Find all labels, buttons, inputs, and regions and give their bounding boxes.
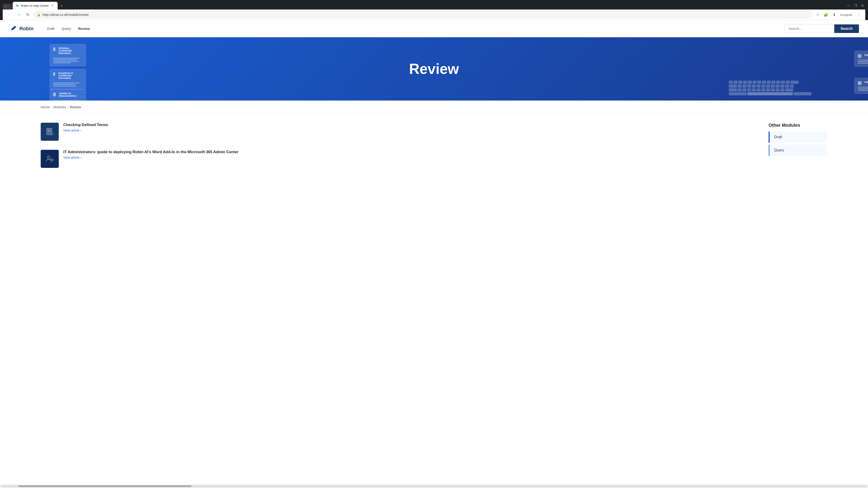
- sidebar-module-name-draft: Draft: [770, 131, 827, 143]
- site-header: Robin Draft Query Review Search: [0, 20, 868, 37]
- reload-button[interactable]: ↻: [24, 11, 31, 18]
- tab-label: Robin AI Help Centre: [21, 4, 49, 7]
- browser-toolbar: ← → ↻ 🔒 help.robinai.co.uk/module/review…: [3, 9, 865, 20]
- article-icon-box-2: [41, 150, 59, 168]
- incognito-badge: Incognito: [838, 13, 854, 17]
- keyboard-illustration: [729, 80, 811, 96]
- website-content: Robin Draft Query Review Search: [0, 20, 868, 488]
- nav-link-review[interactable]: Review: [78, 27, 90, 31]
- people-settings-icon: [45, 155, 54, 163]
- sidebar-module-query[interactable]: Query: [769, 144, 827, 156]
- tab-close-button[interactable]: ✕: [51, 4, 55, 8]
- browser-tabs: ▾ 🐦 Robin AI Help Centre ✕ +: [3, 2, 65, 9]
- chevron-down-icon: ▾: [5, 5, 6, 8]
- article-title-2: IT Administrators: guide to deploying Ro…: [63, 150, 755, 154]
- svg-point-7: [51, 159, 53, 161]
- tab-back-arrow[interactable]: ▾: [3, 4, 12, 9]
- tab-robin-help[interactable]: 🐦 Robin AI Help Centre ✕: [13, 2, 58, 9]
- sidebar-module-draft[interactable]: Draft: [769, 131, 827, 143]
- logo-area[interactable]: Robin: [9, 24, 33, 33]
- main-content: Checking Defined Terms View article ›: [0, 113, 868, 182]
- sidebar-title: Other Modules: [769, 123, 827, 128]
- minimize-button[interactable]: —: [846, 3, 852, 8]
- new-tab-button[interactable]: +: [59, 3, 65, 9]
- download-button[interactable]: ⬇: [831, 12, 837, 18]
- breadcrumb-sep-2: •: [68, 105, 68, 109]
- search-button[interactable]: Search: [834, 24, 859, 33]
- sidebar-module-name-query: Query: [770, 144, 827, 156]
- article-link-1[interactable]: View article ›: [63, 129, 755, 132]
- url-text: help.robinai.co.uk/module/review: [42, 13, 809, 17]
- article-link-2[interactable]: View article ›: [63, 156, 755, 159]
- article-info-1: Checking Defined Terms View article ›: [63, 123, 755, 132]
- back-button[interactable]: ←: [5, 11, 13, 18]
- logo-text: Robin: [20, 26, 33, 32]
- scrollbar-thumb[interactable]: [18, 485, 191, 487]
- nav-link-query[interactable]: Query: [62, 27, 71, 31]
- nav-item-query[interactable]: Query: [62, 27, 71, 31]
- article-info-2: IT Administrators: guide to deploying Ro…: [63, 150, 755, 159]
- document-check-icon: [45, 127, 54, 136]
- extensions-button[interactable]: 🧩: [822, 12, 830, 18]
- robin-logo-icon: [9, 24, 17, 33]
- breadcrumb-home[interactable]: Home: [41, 105, 50, 109]
- breadcrumb-sep-1: •: [51, 105, 52, 109]
- svg-point-6: [48, 156, 50, 158]
- nav-item-draft[interactable]: Draft: [47, 27, 55, 31]
- window-controls: — ❐ ✕: [846, 3, 865, 8]
- breadcrumb-section: Home • Modules • Review: [0, 101, 868, 113]
- search-input[interactable]: [784, 24, 834, 33]
- breadcrumb-modules[interactable]: Modules: [53, 105, 66, 109]
- tab-favicon: 🐦: [16, 4, 19, 7]
- articles-list: Checking Defined Terms View article ›: [41, 123, 755, 172]
- breadcrumb: Home • Modules • Review: [41, 105, 827, 109]
- breadcrumb-current: Review: [70, 105, 81, 109]
- close-button[interactable]: ✕: [860, 3, 865, 8]
- toolbar-actions: ☆ 🧩 ⬇ Incognito ⋮: [814, 11, 863, 18]
- menu-button[interactable]: ⋮: [855, 11, 863, 18]
- forward-button[interactable]: →: [15, 11, 23, 18]
- chevron-right-icon-2: ›: [80, 156, 81, 159]
- hero-title: Review: [409, 61, 459, 77]
- nav-item-review[interactable]: Review: [78, 27, 90, 31]
- article-title-1: Checking Defined Terms: [63, 123, 755, 127]
- bottom-scrollbar[interactable]: [0, 484, 868, 488]
- hero-banner: Definition: Confidential Information Exc…: [0, 37, 868, 101]
- nav-link-draft[interactable]: Draft: [47, 27, 55, 31]
- search-area: Search: [784, 24, 859, 33]
- browser-chrome: ▾ 🐦 Robin AI Help Centre ✕ + — ❐ ✕ ← → ↻…: [0, 0, 868, 20]
- article-card-1: Checking Defined Terms View article ›: [41, 123, 755, 145]
- lock-icon: 🔒: [37, 13, 41, 17]
- scrollbar-track: [1, 485, 867, 487]
- bookmark-button[interactable]: ☆: [814, 12, 821, 18]
- article-card-2: IT Administrators: guide to deploying Ro…: [41, 150, 755, 172]
- address-bar[interactable]: 🔒 help.robinai.co.uk/module/review: [33, 11, 812, 18]
- article-icon-box-1: [41, 123, 59, 141]
- svg-point-0: [14, 26, 16, 27]
- restore-button[interactable]: ❐: [852, 3, 859, 8]
- main-nav: Draft Query Review: [47, 27, 90, 31]
- chevron-right-icon: ›: [80, 129, 81, 132]
- sidebar: Other Modules Draft Query: [769, 123, 827, 172]
